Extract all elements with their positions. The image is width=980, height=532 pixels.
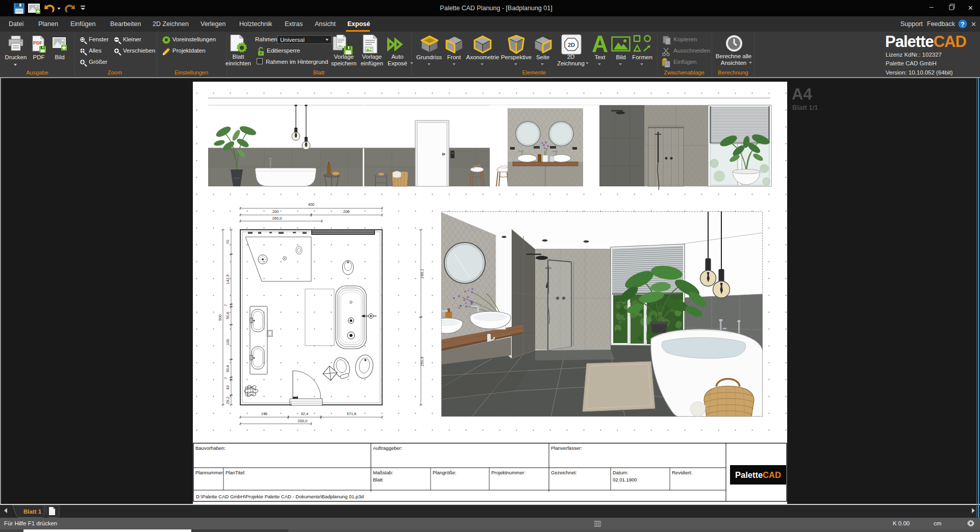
svg-text:43: 43 [225,385,230,390]
svg-text:PDF: PDF [33,40,43,45]
svg-text:260,0: 260,0 [272,216,282,221]
svg-text:200,0: 200,0 [298,419,308,423]
svg-text:Blatt 1: Blatt 1 [23,509,42,515]
svg-text:249,1: 249,1 [420,269,424,279]
svg-text:136: 136 [261,412,268,416]
svg-text:Plangröße:: Plangröße: [433,470,456,475]
svg-text:PlanTitel:: PlanTitel: [225,470,245,475]
svg-text:02.01.1900: 02.01.1900 [613,477,637,482]
svg-text:Projektnummer:: Projektnummer: [491,470,525,475]
svg-text:Bauvorhaben:: Bauvorhaben: [195,445,225,451]
svg-text:PaletteCAD: PaletteCAD [735,470,781,479]
svg-text:50,6: 50,6 [225,365,230,373]
svg-text:Datum:: Datum: [613,470,629,475]
svg-text:Revidiert:: Revidiert: [672,470,692,475]
svg-text:?: ? [961,21,964,28]
svg-text:200: 200 [272,209,279,214]
svg-text:7: 7 [223,304,228,306]
svg-text:92,4: 92,4 [301,412,309,416]
svg-text:Gezeichnet:: Gezeichnet: [551,470,577,475]
svg-text:29,2: 29,2 [225,397,230,404]
svg-text:2D: 2D [568,42,575,48]
svg-text:Maßstab:: Maßstab: [373,470,393,475]
svg-text:400: 400 [308,202,315,207]
svg-text:D:\Palette CAD GmbH\Projekte P: D:\Palette CAD GmbH\Projekte Palette CAD… [196,494,364,499]
svg-text:Auftraggeber:: Auftraggeber: [373,445,403,451]
svg-text:70: 70 [225,240,230,244]
svg-text:Blatt: Blatt [373,477,383,482]
svg-text:171,6: 171,6 [347,412,357,416]
svg-text:7: 7 [223,377,228,379]
svg-text:Plannummer:: Plannummer: [195,470,224,475]
svg-text:142,5: 142,5 [225,275,230,284]
svg-text:100: 100 [225,339,230,346]
svg-text:200: 200 [343,209,350,214]
svg-text:50,6: 50,6 [225,312,230,320]
svg-text:250,9: 250,9 [420,357,424,367]
svg-text:Planverfasser:: Planverfasser: [551,445,582,451]
svg-text:500: 500 [218,315,222,321]
